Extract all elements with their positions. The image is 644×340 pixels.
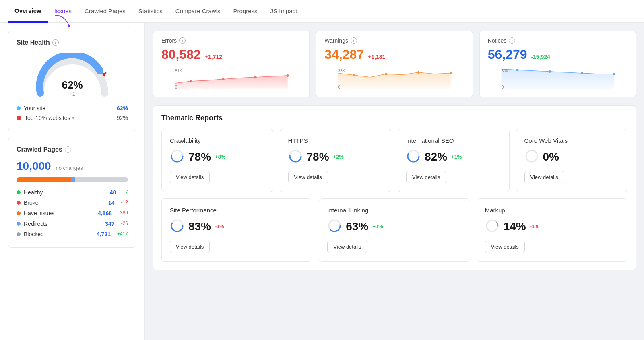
main-content: Errors i 80,582 +1,712	[145, 23, 644, 340]
errors-chart: 81K 0	[161, 65, 301, 89]
gauge-label: 62% +1	[62, 79, 83, 97]
crawled-pages-info-icon[interactable]: i	[65, 146, 71, 153]
pb-blocked	[75, 177, 128, 182]
warnings-chart: 38K 0	[324, 65, 464, 89]
view-details-button[interactable]: View details	[485, 241, 525, 253]
warnings-info-icon[interactable]: i	[351, 37, 357, 44]
report-pct: 78%	[188, 150, 211, 163]
report-circle-icon	[288, 149, 303, 165]
site-health-legend: Your site 62% Top-10% websites ▾ 92%	[17, 103, 128, 123]
report-card-core-web-vitals: Core Web Vitals 0% View details	[516, 129, 628, 192]
crawled-progress-bar	[17, 177, 128, 182]
errors-card: Errors i 80,582 +1,712	[153, 31, 310, 97]
view-details-button[interactable]: View details	[170, 171, 210, 183]
crawled-pages-card: Crawled Pages i 10,000 no changes Health…	[8, 138, 136, 248]
errors-value-row: 80,582 +1,712	[161, 47, 301, 62]
site-health-info-icon[interactable]: i	[52, 39, 59, 46]
dot-blue	[17, 106, 21, 110]
reports-grid-row2: Site Performance 83% -1% View details In…	[161, 198, 627, 262]
view-details-button[interactable]: View details	[170, 241, 210, 253]
report-card-https: HTTPS 78% +2% View details	[280, 129, 392, 192]
report-delta: -1%	[215, 223, 224, 229]
report-delta: +1%	[451, 154, 462, 160]
crawled-pages-title: Crawled Pages i	[17, 146, 128, 153]
svg-point-6	[287, 74, 289, 77]
svg-marker-2	[175, 76, 288, 89]
svg-point-10	[353, 74, 355, 76]
thematic-reports-card: Thematic Reports Crawlability 78% +8% Vi…	[153, 105, 636, 270]
report-score: 83% -1%	[170, 218, 304, 234]
dot-blocked	[17, 232, 21, 236]
warnings-card: Warnings i 34,287 +1,181	[316, 31, 473, 97]
report-circle-icon	[170, 218, 184, 234]
report-card-crawlability: Crawlability 78% +8% View details	[161, 129, 273, 192]
report-name: Core Web Vitals	[524, 137, 619, 144]
warnings-value-row: 34,287 +1,181	[324, 47, 464, 62]
nav-item-crawled-pages[interactable]: Crawled Pages	[78, 0, 132, 22]
dot-broken	[17, 201, 21, 205]
svg-point-11	[385, 73, 388, 75]
report-name: International SEO	[406, 137, 501, 144]
top10-chevron[interactable]: ▾	[72, 115, 74, 121]
stat-row-healthy: Healthy 40 +7	[17, 187, 128, 198]
gauge-container: 62% +1	[17, 53, 128, 97]
sidebar: Site Health i 62% +1	[0, 23, 145, 340]
site-health-title: Site Health i	[17, 39, 128, 46]
report-delta: +1%	[372, 223, 383, 229]
svg-text:0: 0	[501, 85, 504, 89]
errors-label: Errors i	[161, 37, 301, 44]
report-circle-icon	[170, 149, 184, 165]
report-pct: 14%	[504, 220, 526, 233]
report-score: 78% +2%	[288, 149, 383, 165]
svg-text:0: 0	[338, 85, 341, 89]
svg-point-13	[450, 72, 452, 74]
metrics-row: Errors i 80,582 +1,712	[153, 31, 636, 97]
report-circle-icon	[327, 218, 342, 234]
report-score: 0%	[524, 149, 619, 165]
errors-info-icon[interactable]: i	[179, 37, 186, 44]
svg-point-35	[487, 220, 498, 231]
view-details-button[interactable]: View details	[524, 171, 564, 183]
report-name: Markup	[485, 207, 619, 214]
view-details-button[interactable]: View details	[288, 171, 328, 183]
view-details-button[interactable]: View details	[327, 241, 367, 253]
report-name: HTTPS	[288, 137, 383, 144]
legend-your-site: Your site 62%	[17, 103, 128, 113]
report-pct: 0%	[543, 150, 559, 163]
nav-item-issues[interactable]: Issues	[48, 0, 78, 22]
notices-chart: 80K 0	[488, 65, 627, 89]
svg-point-12	[417, 71, 420, 74]
svg-point-18	[548, 70, 551, 73]
view-details-button[interactable]: View details	[406, 171, 446, 183]
report-score: 63% +1%	[327, 218, 461, 234]
dot-healthy	[17, 190, 21, 194]
report-delta: +8%	[215, 154, 225, 160]
svg-point-17	[516, 69, 518, 71]
svg-point-5	[254, 76, 257, 78]
svg-point-4	[222, 78, 225, 80]
report-pct: 82%	[425, 150, 447, 163]
nav-item-progress[interactable]: Progress	[227, 0, 264, 22]
report-delta: +2%	[333, 154, 344, 160]
nav-item-overview[interactable]: Overview	[8, 0, 48, 23]
report-name: Site Performance	[170, 207, 304, 214]
stat-row-redirects: Redirects 347 -26	[17, 218, 128, 229]
notices-info-icon[interactable]: i	[509, 37, 515, 44]
report-delta: -1%	[530, 223, 539, 229]
report-circle-icon	[524, 149, 539, 165]
svg-point-29	[526, 150, 537, 162]
svg-text:0: 0	[175, 85, 178, 89]
navigation: Overview Issues Crawled Pages Statistics…	[0, 0, 644, 23]
main-layout: Site Health i 62% +1	[0, 23, 644, 340]
nav-item-js-impact[interactable]: JS Impact	[264, 0, 304, 22]
notices-card: Notices i 56,279 -15,924	[479, 31, 636, 97]
dot-issues	[17, 211, 21, 215]
svg-text:80K: 80K	[501, 69, 508, 73]
report-circle-icon	[406, 149, 421, 165]
svg-point-19	[580, 72, 583, 74]
svg-text:38K: 38K	[338, 69, 345, 73]
report-name: Internal Linking	[327, 207, 461, 214]
nav-item-compare-crawls[interactable]: Compare Crawls	[169, 0, 227, 22]
nav-item-statistics[interactable]: Statistics	[132, 0, 169, 22]
svg-point-3	[190, 80, 192, 82]
